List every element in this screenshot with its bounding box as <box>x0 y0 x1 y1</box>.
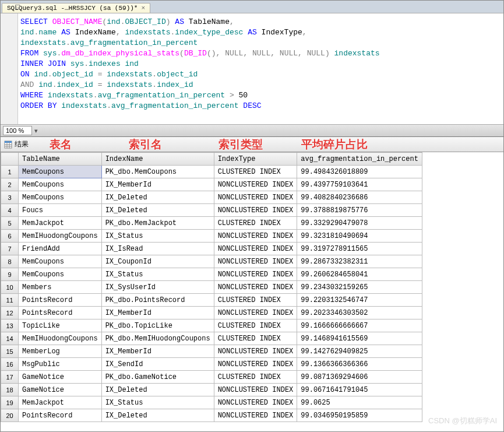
cell[interactable]: 99.3231810490694 <box>297 230 422 243</box>
table-row[interactable]: 8MemCouponsIX_CouponIdNONCLUSTERED INDEX… <box>1 255 422 268</box>
row-header[interactable]: 11 <box>1 294 19 307</box>
row-header[interactable]: 14 <box>1 332 19 345</box>
cell[interactable]: NONCLUSTERED INDEX <box>214 230 297 243</box>
cell[interactable]: IX_Deleted <box>101 384 214 396</box>
table-row[interactable]: 17GameNoticePK_dbo.GameNoticeCLUSTERED I… <box>1 371 422 384</box>
table-row[interactable]: 9MemCouponsIX_StatusNONCLUSTERED INDEX99… <box>1 268 422 281</box>
table-row[interactable]: 11PointsRecordPK_dbo.PointsRecordCLUSTER… <box>1 294 422 307</box>
row-header[interactable]: 1 <box>1 166 19 178</box>
cell[interactable]: 99.2867332382311 <box>297 255 422 268</box>
row-header[interactable]: 6 <box>1 230 19 243</box>
cell[interactable]: PK_dbo.MemJackpot <box>101 217 214 230</box>
results-grid-wrap[interactable]: TableName IndexName IndexType avg_fragme… <box>1 152 503 431</box>
cell[interactable]: MemberLog <box>19 345 102 358</box>
cell[interactable]: PointsRecord <box>19 294 102 307</box>
cell[interactable]: CLUSTERED INDEX <box>214 166 297 178</box>
cell[interactable]: 99.3197278911565 <box>297 243 422 255</box>
cell[interactable]: NONCLUSTERED INDEX <box>214 255 297 268</box>
grid-corner[interactable] <box>1 153 19 166</box>
row-header[interactable]: 15 <box>1 345 19 358</box>
outline-collapse-icon[interactable]: - <box>15 5 20 9</box>
row-header[interactable]: 12 <box>1 307 19 319</box>
table-row[interactable]: 13TopicLikePK_dbo.TopicLikeCLUSTERED IND… <box>1 319 422 332</box>
cell[interactable]: PointsRecord <box>19 307 102 319</box>
cell[interactable]: CLUSTERED INDEX <box>214 371 297 384</box>
cell[interactable]: IX_Deleted <box>101 409 214 422</box>
cell[interactable]: 99.2023346303502 <box>297 307 422 319</box>
cell[interactable]: CLUSTERED INDEX <box>214 217 297 230</box>
close-icon[interactable]: × <box>141 5 145 12</box>
row-header[interactable]: 17 <box>1 371 19 384</box>
cell[interactable]: MemCoupons <box>19 255 102 268</box>
cell[interactable]: 99.1366366366366 <box>297 358 422 371</box>
table-row[interactable]: 4FoucsIX_DeletedNONCLUSTERED INDEX99.378… <box>1 204 422 217</box>
cell[interactable]: 99.0625 <box>297 396 422 409</box>
cell[interactable]: CLUSTERED INDEX <box>214 319 297 332</box>
table-row[interactable]: 2MemCouponsIX_MemberIdNONCLUSTERED INDEX… <box>1 178 422 191</box>
cell[interactable]: 99.3329290479078 <box>297 217 422 230</box>
table-row[interactable]: 6MemIHuodongCouponsIX_StatusNONCLUSTERED… <box>1 230 422 243</box>
zoom-dropdown-icon[interactable]: ▾ <box>32 127 40 135</box>
cell[interactable]: 99.2203132546747 <box>297 294 422 307</box>
cell[interactable]: 99.2343032159265 <box>297 281 422 294</box>
row-header[interactable]: 10 <box>1 281 19 294</box>
row-header[interactable]: 13 <box>1 319 19 332</box>
row-header[interactable]: 19 <box>1 396 19 409</box>
cell[interactable]: MemJackpot <box>19 217 102 230</box>
cell[interactable]: NONCLUSTERED INDEX <box>214 204 297 217</box>
table-row[interactable]: 10MembersIX_SysUserIdNONCLUSTERED INDEX9… <box>1 281 422 294</box>
row-header[interactable]: 3 <box>1 191 19 204</box>
table-row[interactable]: 5MemJackpotPK_dbo.MemJackpotCLUSTERED IN… <box>1 217 422 230</box>
cell[interactable]: MemIHuodongCoupons <box>19 332 102 345</box>
cell[interactable]: 99.1666666666667 <box>297 319 422 332</box>
cell[interactable]: IX_IsRead <box>101 243 214 255</box>
zoom-input[interactable] <box>3 126 32 135</box>
row-header[interactable]: 8 <box>1 255 19 268</box>
table-row[interactable]: 15MemberLogIX_MemberIdNONCLUSTERED INDEX… <box>1 345 422 358</box>
column-header-tablename[interactable]: TableName <box>19 153 102 166</box>
cell[interactable]: MemCoupons <box>19 178 102 191</box>
cell[interactable]: IX_MemberId <box>101 178 214 191</box>
row-header[interactable]: 16 <box>1 358 19 371</box>
table-row[interactable]: 14MemIHuodongCouponsPK_dbo.MemIHuodongCo… <box>1 332 422 345</box>
cell[interactable]: IX_Status <box>101 268 214 281</box>
row-header[interactable]: 7 <box>1 243 19 255</box>
table-row[interactable]: 16MsgPublicIX_SendIdNONCLUSTERED INDEX99… <box>1 358 422 371</box>
column-header-indexname[interactable]: IndexName <box>101 153 214 166</box>
row-header[interactable]: 4 <box>1 204 19 217</box>
cell[interactable]: PK_dbo.MemIHuodongCoupons <box>101 332 214 345</box>
results-tab-label[interactable]: 结果 <box>15 139 29 149</box>
cell[interactable]: MemJackpot <box>19 396 102 409</box>
cell[interactable]: TopicLike <box>19 319 102 332</box>
cell[interactable]: IX_Deleted <box>101 191 214 204</box>
row-header[interactable]: 18 <box>1 384 19 396</box>
cell[interactable]: PK_dbo.GameNotice <box>101 371 214 384</box>
cell[interactable]: NONCLUSTERED INDEX <box>214 191 297 204</box>
cell[interactable]: FriendAdd <box>19 243 102 255</box>
cell[interactable]: Foucs <box>19 204 102 217</box>
cell[interactable]: IX_SendId <box>101 358 214 371</box>
cell[interactable]: Members <box>19 281 102 294</box>
row-header[interactable]: 2 <box>1 178 19 191</box>
cell[interactable]: NONCLUSTERED INDEX <box>214 409 297 422</box>
cell[interactable]: IX_CouponId <box>101 255 214 268</box>
cell[interactable]: NONCLUSTERED INDEX <box>214 358 297 371</box>
cell[interactable]: NONCLUSTERED INDEX <box>214 281 297 294</box>
cell[interactable]: NONCLUSTERED INDEX <box>214 178 297 191</box>
cell[interactable]: 99.1427629409825 <box>297 345 422 358</box>
cell[interactable]: IX_SysUserId <box>101 281 214 294</box>
cell[interactable]: IX_MemberId <box>101 307 214 319</box>
cell[interactable]: NONCLUSTERED INDEX <box>214 384 297 396</box>
cell[interactable]: 99.4397759103641 <box>297 178 422 191</box>
cell[interactable]: 99.3788819875776 <box>297 204 422 217</box>
cell[interactable]: 99.0871369294606 <box>297 371 422 384</box>
table-row[interactable]: 20PointsRecordIX_DeletedNONCLUSTERED IND… <box>1 409 422 422</box>
cell[interactable]: 99.0346950195859 <box>297 409 422 422</box>
cell[interactable]: PointsRecord <box>19 409 102 422</box>
cell[interactable]: IX_Deleted <box>101 204 214 217</box>
column-header-indextype[interactable]: IndexType <box>214 153 297 166</box>
row-header[interactable]: 5 <box>1 217 19 230</box>
cell[interactable]: 99.4984326018809 <box>297 166 422 178</box>
table-row[interactable]: 12PointsRecordIX_MemberIdNONCLUSTERED IN… <box>1 307 422 319</box>
cell[interactable]: 99.2606284658041 <box>297 268 422 281</box>
